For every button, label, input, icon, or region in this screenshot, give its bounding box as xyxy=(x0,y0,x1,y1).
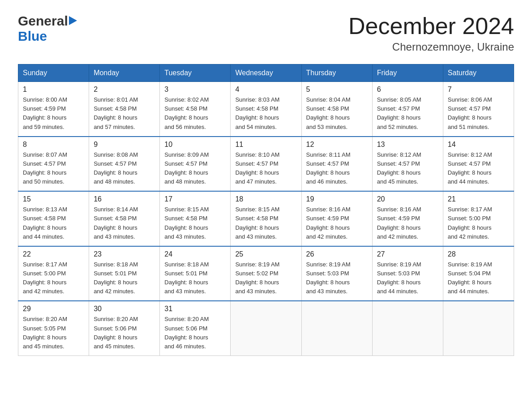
day-number: 19 xyxy=(306,195,368,203)
day-info: Sunrise: 8:16 AMSunset: 4:59 PMDaylight:… xyxy=(377,205,438,241)
day-info: Sunrise: 8:14 AMSunset: 4:58 PMDaylight:… xyxy=(94,205,155,241)
day-number: 29 xyxy=(23,305,84,313)
day-info: Sunrise: 8:06 AMSunset: 4:57 PMDaylight:… xyxy=(448,95,509,132)
table-row: 13 Sunrise: 8:12 AMSunset: 4:57 PMDaylig… xyxy=(372,137,443,192)
day-info: Sunrise: 8:02 AMSunset: 4:58 PMDaylight:… xyxy=(164,95,226,132)
day-info: Sunrise: 8:20 AMSunset: 5:06 PMDaylight:… xyxy=(164,315,226,351)
day-number: 28 xyxy=(448,250,509,258)
table-row: 22 Sunrise: 8:17 AMSunset: 5:00 PMDaylig… xyxy=(18,246,89,301)
day-info: Sunrise: 8:09 AMSunset: 4:57 PMDaylight:… xyxy=(164,150,226,187)
calendar-title-section: December 2024 Chernozemnoye, Ukraine xyxy=(348,13,514,53)
table-row: 9 Sunrise: 8:08 AMSunset: 4:57 PMDayligh… xyxy=(89,137,160,192)
location-subtitle: Chernozemnoye, Ukraine xyxy=(348,41,514,53)
table-row: 30 Sunrise: 8:20 AMSunset: 5:06 PMDaylig… xyxy=(89,301,160,355)
table-row: 29 Sunrise: 8:20 AMSunset: 5:05 PMDaylig… xyxy=(18,301,89,355)
table-row: 4 Sunrise: 8:03 AMSunset: 4:58 PMDayligh… xyxy=(231,82,301,137)
day-number: 18 xyxy=(235,195,296,203)
table-row: 16 Sunrise: 8:14 AMSunset: 4:58 PMDaylig… xyxy=(89,191,160,246)
day-number: 15 xyxy=(23,195,84,203)
header-monday: Monday xyxy=(89,64,160,82)
day-info: Sunrise: 8:00 AMSunset: 4:59 PMDaylight:… xyxy=(23,95,84,132)
day-number: 22 xyxy=(23,250,84,258)
day-number: 21 xyxy=(448,195,509,203)
table-row: 7 Sunrise: 8:06 AMSunset: 4:57 PMDayligh… xyxy=(443,82,514,137)
day-number: 12 xyxy=(306,141,368,149)
day-number: 30 xyxy=(94,305,155,313)
day-info: Sunrise: 8:01 AMSunset: 4:58 PMDaylight:… xyxy=(94,95,155,132)
calendar-table: Sunday Monday Tuesday Wednesday Thursday… xyxy=(18,64,514,356)
logo-blue-text: Blue xyxy=(18,29,47,43)
day-info: Sunrise: 8:08 AMSunset: 4:57 PMDaylight:… xyxy=(94,150,155,187)
day-info: Sunrise: 8:16 AMSunset: 4:59 PMDaylight:… xyxy=(306,205,368,241)
day-info: Sunrise: 8:11 AMSunset: 4:57 PMDaylight:… xyxy=(306,150,368,187)
day-info: Sunrise: 8:07 AMSunset: 4:57 PMDaylight:… xyxy=(23,150,84,187)
month-year-title: December 2024 xyxy=(348,13,514,39)
table-row: 20 Sunrise: 8:16 AMSunset: 4:59 PMDaylig… xyxy=(372,191,443,246)
header-thursday: Thursday xyxy=(301,64,372,82)
day-info: Sunrise: 8:12 AMSunset: 4:57 PMDaylight:… xyxy=(448,150,509,187)
table-row: 17 Sunrise: 8:15 AMSunset: 4:58 PMDaylig… xyxy=(160,191,231,246)
week-row-2: 8 Sunrise: 8:07 AMSunset: 4:57 PMDayligh… xyxy=(18,137,514,192)
table-row: 11 Sunrise: 8:10 AMSunset: 4:57 PMDaylig… xyxy=(231,137,301,192)
day-number: 8 xyxy=(23,141,84,149)
day-number: 4 xyxy=(235,86,296,94)
day-number: 24 xyxy=(164,250,226,258)
day-number: 13 xyxy=(377,141,438,149)
day-number: 3 xyxy=(164,86,226,94)
header-wednesday: Wednesday xyxy=(231,64,301,82)
day-info: Sunrise: 8:19 AMSunset: 5:02 PMDaylight:… xyxy=(235,260,296,296)
day-number: 27 xyxy=(377,250,438,258)
day-info: Sunrise: 8:17 AMSunset: 5:00 PMDaylight:… xyxy=(23,260,84,296)
table-row xyxy=(443,301,514,355)
day-number: 20 xyxy=(377,195,438,203)
day-info: Sunrise: 8:19 AMSunset: 5:04 PMDaylight:… xyxy=(448,260,509,296)
day-number: 17 xyxy=(164,195,226,203)
day-number: 9 xyxy=(94,141,155,149)
day-number: 14 xyxy=(448,141,509,149)
day-info: Sunrise: 8:13 AMSunset: 4:58 PMDaylight:… xyxy=(23,205,84,241)
table-row: 28 Sunrise: 8:19 AMSunset: 5:04 PMDaylig… xyxy=(443,246,514,301)
day-info: Sunrise: 8:18 AMSunset: 5:01 PMDaylight:… xyxy=(164,260,226,296)
day-number: 6 xyxy=(377,86,438,94)
day-info: Sunrise: 8:19 AMSunset: 5:03 PMDaylight:… xyxy=(377,260,438,296)
day-info: Sunrise: 8:04 AMSunset: 4:58 PMDaylight:… xyxy=(306,95,368,132)
table-row: 3 Sunrise: 8:02 AMSunset: 4:58 PMDayligh… xyxy=(160,82,231,137)
logo-general-text: General xyxy=(18,13,68,29)
table-row: 1 Sunrise: 8:00 AMSunset: 4:59 PMDayligh… xyxy=(18,82,89,137)
table-row: 18 Sunrise: 8:15 AMSunset: 4:58 PMDaylig… xyxy=(231,191,301,246)
table-row: 8 Sunrise: 8:07 AMSunset: 4:57 PMDayligh… xyxy=(18,137,89,192)
day-info: Sunrise: 8:20 AMSunset: 5:06 PMDaylight:… xyxy=(94,315,155,351)
table-row: 27 Sunrise: 8:19 AMSunset: 5:03 PMDaylig… xyxy=(372,246,443,301)
table-row: 26 Sunrise: 8:19 AMSunset: 5:03 PMDaylig… xyxy=(301,246,372,301)
table-row xyxy=(301,301,372,355)
table-row: 2 Sunrise: 8:01 AMSunset: 4:58 PMDayligh… xyxy=(89,82,160,137)
day-info: Sunrise: 8:15 AMSunset: 4:58 PMDaylight:… xyxy=(164,205,226,241)
day-info: Sunrise: 8:17 AMSunset: 5:00 PMDaylight:… xyxy=(448,205,509,241)
logo: General Blue xyxy=(18,13,77,44)
header-sunday: Sunday xyxy=(18,64,89,82)
weekday-header-row: Sunday Monday Tuesday Wednesday Thursday… xyxy=(18,64,514,82)
week-row-1: 1 Sunrise: 8:00 AMSunset: 4:59 PMDayligh… xyxy=(18,82,514,137)
day-number: 11 xyxy=(235,141,296,149)
day-number: 25 xyxy=(235,250,296,258)
table-row: 19 Sunrise: 8:16 AMSunset: 4:59 PMDaylig… xyxy=(301,191,372,246)
table-row: 6 Sunrise: 8:05 AMSunset: 4:57 PMDayligh… xyxy=(372,82,443,137)
day-info: Sunrise: 8:20 AMSunset: 5:05 PMDaylight:… xyxy=(23,315,84,351)
table-row: 15 Sunrise: 8:13 AMSunset: 4:58 PMDaylig… xyxy=(18,191,89,246)
day-info: Sunrise: 8:05 AMSunset: 4:57 PMDaylight:… xyxy=(377,95,438,132)
day-number: 2 xyxy=(94,86,155,94)
week-row-5: 29 Sunrise: 8:20 AMSunset: 5:05 PMDaylig… xyxy=(18,301,514,355)
table-row: 12 Sunrise: 8:11 AMSunset: 4:57 PMDaylig… xyxy=(301,137,372,192)
table-row: 10 Sunrise: 8:09 AMSunset: 4:57 PMDaylig… xyxy=(160,137,231,192)
table-row: 25 Sunrise: 8:19 AMSunset: 5:02 PMDaylig… xyxy=(231,246,301,301)
day-number: 10 xyxy=(164,141,226,149)
logo-arrow-icon xyxy=(69,16,77,25)
day-number: 23 xyxy=(94,250,155,258)
day-number: 31 xyxy=(164,305,226,313)
table-row xyxy=(372,301,443,355)
day-info: Sunrise: 8:15 AMSunset: 4:58 PMDaylight:… xyxy=(235,205,296,241)
page-header: General Blue December 2024 Chernozemnoye… xyxy=(18,13,514,53)
day-info: Sunrise: 8:18 AMSunset: 5:01 PMDaylight:… xyxy=(94,260,155,296)
week-row-3: 15 Sunrise: 8:13 AMSunset: 4:58 PMDaylig… xyxy=(18,191,514,246)
header-tuesday: Tuesday xyxy=(160,64,231,82)
